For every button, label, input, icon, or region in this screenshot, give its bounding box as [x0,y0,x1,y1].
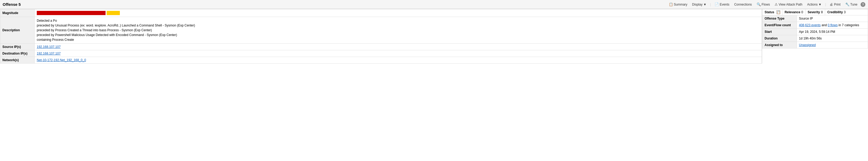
description-value: Detected a Po preceded by Unusual Proces… [35,17,762,44]
credibility-segment: Credibility 3 [825,9,848,15]
desc-line-3: preceded by Process Created a Thread int… [37,28,152,32]
right-panel: Status 📋 Relevance 0 Severity 8 [762,9,868,63]
page-title: Offense 5 [3,2,21,7]
status-segment: Status 📋 [763,9,782,15]
display-button[interactable]: Display ▼ [690,2,708,7]
help-button[interactable]: ? [861,2,865,7]
destination-ip-link[interactable]: 192.168.107.107 [37,52,61,55]
desc-line-4: preceded by Powershell Malicious Usage D… [37,33,177,37]
assigned-to-link[interactable]: Unassigned [799,43,816,47]
credibility-label: Credibility [827,10,843,14]
start-label: Start [763,29,797,35]
network-link[interactable]: Net-10-172-192.Net_192_168_0_0 [37,58,86,62]
view-attack-path-button[interactable]: ⚠ View Attack Path [773,2,804,7]
severity-value: 8 [821,10,823,14]
description-row: Description Detected a Po preceded by Un… [0,17,762,44]
actions-button[interactable]: Actions ▼ [806,2,823,7]
events-icon: 📄 [715,2,719,6]
top-metrics-bar: Status 📋 Relevance 0 Severity 8 [763,9,868,15]
left-table: Magnitude Description Detected a Po prec… [0,9,762,63]
event-flow-and: and [820,23,828,27]
assigned-to-value: Unassigned [797,42,868,49]
networks-label: Network(s) [0,57,35,63]
left-panel: Magnitude Description Detected a Po prec… [0,9,762,63]
event-flow-row: Event/Flow count 408,623 events and 0 fl… [763,22,868,29]
description-label: Description [0,17,35,44]
top-metrics-cell: Status 📋 Relevance 0 Severity 8 [763,9,868,16]
body-grid: Magnitude Description Detected a Po prec… [0,9,868,63]
magnitude-value [35,9,762,17]
event-flow-label: Event/Flow count [763,22,797,29]
destination-ips-label: Destination IP(s) [0,50,35,57]
toolbar: 📋 Summary Display ▼ | 📄 Events Connectio… [667,2,865,7]
magnitude-bar [37,10,760,16]
connections-button[interactable]: Connections [733,2,753,7]
source-ips-value: 192.168.107.107 [35,44,762,50]
desc-line-1: Detected a Po [37,19,57,23]
start-row: Start Apr 19, 2024, 5:59:14 PM [763,29,868,35]
separator-1: | [710,3,711,6]
credibility-value: 3 [844,10,846,14]
destination-ips-value: 192.168.107.107 [35,50,762,57]
status-icon[interactable]: 📋 [776,10,780,14]
assigned-to-label: Assigned to [763,42,797,49]
event-flow-suffix: in 7 categories [838,23,859,27]
relevance-label: Relevance [785,10,800,14]
severity-label: Severity [808,10,820,14]
magnitude-label: Magnitude [0,9,35,17]
duration-value: 1d 19h 40m 56s [797,35,868,42]
events-link[interactable]: 408,623 events [799,23,820,27]
assigned-to-row: Assigned to Unassigned [763,42,868,49]
top-metrics-row: Status 📋 Relevance 0 Severity 8 [763,9,868,16]
source-ip-link[interactable]: 192.168.107.107 [37,45,61,49]
magnitude-row: Magnitude [0,9,762,17]
separator-2: | [825,3,826,6]
events-button[interactable]: 📄 Events [713,2,731,7]
tune-icon: 🔧 [845,2,849,6]
summary-button[interactable]: 📋 Summary [667,2,689,7]
status-label: Status [765,10,774,14]
flows-button[interactable]: 🔍 Flows [755,2,771,7]
display-chevron-icon: ▼ [703,3,706,6]
flows-icon: 🔍 [756,2,761,6]
source-ips-label: Source IP(s) [0,44,35,50]
desc-line-2: preceded by Unusual Process (ex: word. i… [37,24,195,27]
flows-link[interactable]: 0 flows [828,23,838,27]
networks-row: Network(s) Net-10-172-192.Net_192_168_0_… [0,57,762,63]
magnitude-yellow-bar [106,11,120,15]
networks-value: Net-10-172-192.Net_192_168_0_0 [35,57,762,63]
magnitude-red-bar [37,11,105,15]
right-table: Status 📋 Relevance 0 Severity 8 [762,9,868,49]
relevance-value: 0 [801,10,803,14]
source-ips-row: Source IP(s) 192.168.107.107 [0,44,762,50]
offense-type-label: Offense Type [763,16,797,22]
relevance-segment: Relevance 0 [782,9,806,15]
event-flow-value: 408,623 events and 0 flows in 7 categori… [797,22,868,29]
actions-chevron-icon: ▼ [818,3,822,6]
print-button[interactable]: 🖨 Print [828,2,842,7]
summary-icon: 📋 [669,2,673,6]
header: Offense 5 📋 Summary Display ▼ | 📄 Events… [0,0,868,9]
print-icon: 🖨 [830,2,833,6]
duration-row: Duration 1d 19h 40m 56s [763,35,868,42]
severity-segment: Severity 8 [806,9,825,15]
start-value: Apr 19, 2024, 5:59:14 PM [797,29,868,35]
attack-path-icon: ⚠ [775,2,778,6]
desc-line-5: containing Process Create [37,38,74,42]
tune-button[interactable]: 🔧 Tune [844,2,859,7]
destination-ips-row: Destination IP(s) 192.168.107.107 [0,50,762,57]
offense-type-row: Offense Type Source IP [763,16,868,22]
duration-label: Duration [763,35,797,42]
offense-type-value: Source IP [797,16,868,22]
